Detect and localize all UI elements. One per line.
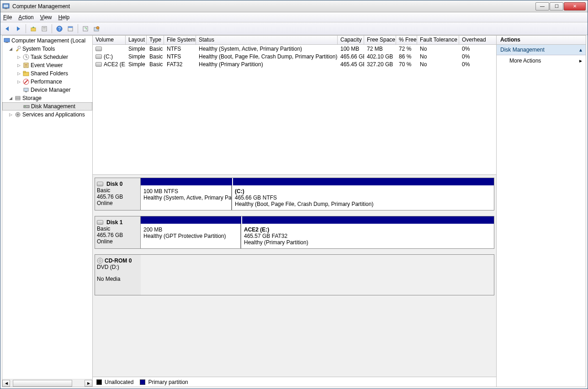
svg-text:?: ? — [58, 26, 61, 32]
table-header: Volume Layout Type File System Status Ca… — [93, 36, 496, 45]
disk-row-cdrom[interactable]: CD-ROM 0 DVD (D:) No Media — [95, 254, 494, 295]
tree-system-tools[interactable]: ◢ System Tools — [2, 45, 92, 53]
legend-swatch-primary — [140, 379, 145, 385]
disk-row-0[interactable]: Disk 0 Basic 465.76 GB Online 100 MB NTF… — [95, 178, 494, 210]
svg-rect-15 — [5, 42, 8, 43]
tree-disk-management[interactable]: Disk Management — [2, 102, 92, 110]
scroll-left-icon[interactable]: ◀ — [2, 380, 10, 387]
svg-point-29 — [25, 106, 26, 107]
drive-icon — [95, 47, 102, 51]
expand-icon[interactable]: ▷ — [8, 112, 13, 117]
toolbar: ? — [0, 22, 588, 35]
table-row[interactable]: SimpleBasicNTFSHealthy (System, Active, … — [93, 45, 496, 53]
menu-action[interactable]: Action — [18, 14, 33, 21]
actions-more[interactable]: More Actions ▸ — [497, 55, 586, 66]
forward-button[interactable] — [13, 24, 23, 34]
storage-icon — [14, 95, 21, 102]
properties-button[interactable] — [39, 24, 49, 34]
collapse-icon: ▴ — [579, 47, 582, 53]
expand-icon[interactable]: ▷ — [16, 63, 21, 68]
expand-icon[interactable]: ▷ — [16, 55, 21, 59]
svg-rect-22 — [23, 71, 26, 73]
app-icon — [2, 3, 10, 10]
tree-panel: Computer Management (Local ◢ System Tool… — [2, 36, 93, 387]
col-layout[interactable]: Layout — [126, 36, 147, 44]
table-row[interactable]: ACE2 (E:)SimpleBasicFAT32Healthy (Primar… — [93, 60, 496, 68]
partition-d1-p1[interactable]: ACE2 (E:) 465.57 GB FAT32 Healthy (Prima… — [241, 224, 494, 248]
col-freespace[interactable]: Free Space — [364, 36, 396, 44]
expand-icon[interactable]: ▷ — [16, 79, 21, 84]
svg-rect-3 — [31, 28, 36, 31]
tree-device-manager[interactable]: Device Manager — [2, 86, 92, 94]
expand-icon[interactable]: ▷ — [16, 71, 21, 76]
scroll-right-icon[interactable]: ▶ — [85, 380, 92, 387]
col-status[interactable]: Status — [196, 36, 338, 44]
col-type[interactable]: Type — [147, 36, 164, 44]
svg-rect-14 — [4, 38, 10, 42]
settings-button[interactable] — [91, 24, 101, 34]
disk-row-1[interactable]: Disk 1 Basic 465.76 GB Online 200 MB Hea… — [95, 216, 494, 249]
menu-help[interactable]: Help — [58, 14, 70, 21]
svg-rect-27 — [16, 98, 20, 100]
tree-performance[interactable]: ▷ Performance — [2, 78, 92, 86]
svg-point-33 — [99, 260, 101, 262]
svg-rect-18 — [24, 63, 28, 68]
partition-d0-p1[interactable]: (C:) 465.66 GB NTFS Healthy (Boot, Page … — [232, 185, 494, 210]
help-button[interactable]: ? — [54, 24, 64, 34]
tree-services-apps[interactable]: ▷ Services and Applications — [2, 110, 92, 119]
col-overhead[interactable]: Overhead — [459, 36, 496, 44]
drive-icon — [95, 62, 102, 67]
app-window: Computer Management — ☐ ✕ File Action Vi… — [0, 0, 588, 389]
collapse-icon[interactable]: ◢ — [8, 47, 13, 51]
legend-swatch-unallocated — [96, 379, 102, 385]
menu-file[interactable]: File — [3, 14, 12, 21]
titlebar[interactable]: Computer Management — ☐ ✕ — [0, 0, 588, 12]
device-icon — [22, 86, 30, 94]
disk-label-1: Disk 1 Basic 465.76 GB Online — [95, 216, 141, 248]
svg-rect-6 — [43, 29, 46, 29]
partition-d1-p0[interactable]: 200 MB Healthy (GPT Protective Partition… — [141, 224, 241, 248]
collapse-icon[interactable]: ◢ — [8, 96, 13, 100]
tree-shared-folders[interactable]: ▷ Shared Folders — [2, 69, 92, 78]
minimize-button[interactable]: — — [535, 2, 549, 11]
cdrom-icon — [97, 258, 103, 264]
svg-rect-20 — [25, 66, 27, 66]
center-panel: Volume Layout Type File System Status Ca… — [93, 36, 497, 387]
view-button[interactable] — [65, 24, 75, 34]
col-filesystem[interactable]: File System — [164, 36, 196, 44]
computer-icon — [3, 37, 11, 44]
tree-storage[interactable]: ◢ Storage — [2, 94, 92, 102]
tree-event-viewer[interactable]: ▷ Event Viewer — [2, 61, 92, 69]
partition-d0-p0[interactable]: 100 MB NTFS Healthy (System, Active, Pri… — [141, 185, 232, 210]
back-button[interactable] — [2, 24, 12, 34]
performance-icon — [22, 78, 30, 85]
disk-label-cdrom: CD-ROM 0 DVD (D:) No Media — [95, 255, 141, 295]
svg-rect-24 — [24, 88, 28, 91]
table-row[interactable]: (C:)SimpleBasicNTFSHealthy (Boot, Page F… — [93, 53, 496, 60]
col-pctfree[interactable]: % Free — [396, 36, 417, 44]
tools-icon — [14, 45, 21, 53]
tree-task-scheduler[interactable]: ▷ Task Scheduler — [2, 53, 92, 61]
folder-share-icon — [22, 70, 30, 77]
tree-root[interactable]: Computer Management (Local — [2, 37, 92, 45]
col-fault[interactable]: Fault Tolerance — [417, 36, 459, 44]
maximize-button[interactable]: ☐ — [550, 2, 563, 11]
close-button[interactable]: ✕ — [564, 2, 586, 11]
event-icon — [22, 62, 30, 69]
tree-scrollbar[interactable]: ◀ ▶ — [2, 379, 92, 387]
svg-rect-2 — [5, 8, 7, 9]
svg-rect-26 — [16, 96, 20, 98]
svg-rect-19 — [25, 64, 27, 65]
legend: Unallocated Primary partition — [93, 377, 496, 387]
disk-label-0: Disk 0 Basic 465.76 GB Online — [95, 178, 141, 210]
svg-rect-28 — [24, 105, 29, 108]
scroll-thumb[interactable] — [13, 380, 72, 387]
refresh-button[interactable] — [80, 24, 90, 34]
actions-section[interactable]: Disk Management ▴ — [497, 45, 586, 55]
up-button[interactable] — [28, 24, 38, 34]
window-title: Computer Management — [12, 3, 535, 10]
svg-point-16 — [18, 46, 21, 49]
menu-view[interactable]: View — [40, 14, 52, 21]
col-volume[interactable]: Volume — [93, 36, 126, 44]
col-capacity[interactable]: Capacity — [338, 36, 364, 44]
